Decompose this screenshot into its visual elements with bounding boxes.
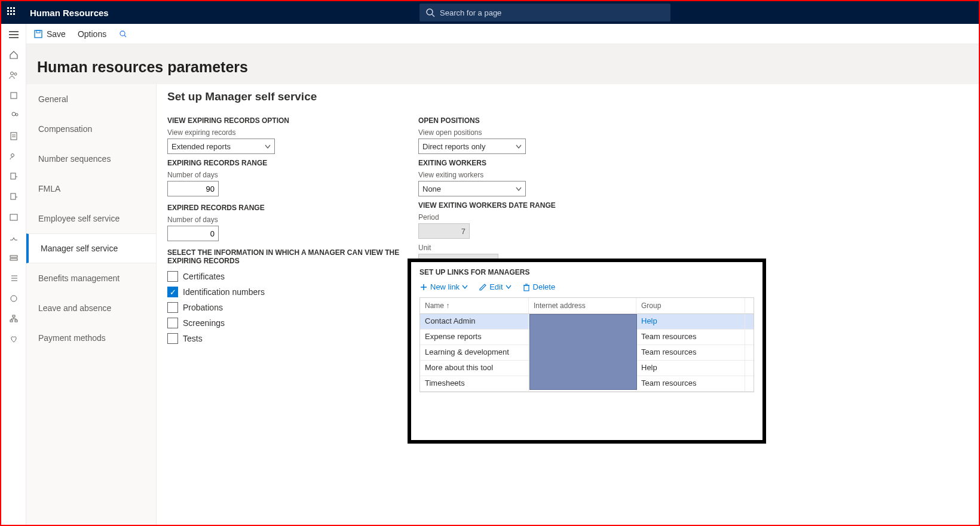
hierarchy-icon[interactable] [4, 313, 24, 325]
label-id-numbers: Identification numbers [183, 287, 265, 297]
checkbox-screenings[interactable] [167, 318, 178, 328]
nav-icon-6[interactable] [4, 150, 24, 162]
form-panel: Set up Manager self service VIEW EXPIRIN… [157, 84, 979, 525]
edit-button[interactable]: Edit [479, 282, 511, 291]
search-placeholder: Search for a page [440, 8, 501, 17]
find-button[interactable] [118, 29, 128, 39]
select-value: None [422, 184, 441, 193]
cell-name: Contact Admin [420, 314, 529, 329]
doc-in-icon[interactable] [4, 191, 24, 203]
input-days-expiring[interactable] [167, 181, 219, 196]
label-probations: Probations [183, 303, 223, 312]
nav-icon-3[interactable] [4, 90, 24, 101]
tab-leave[interactable]: Leave and absence [26, 293, 156, 323]
svg-line-1 [432, 14, 434, 17]
svg-point-0 [427, 9, 433, 15]
page-title: Human resources parameters [26, 44, 979, 84]
links-title: SET UP LINKS FOR MANAGERS [419, 268, 754, 276]
label-certificates: Certificates [183, 272, 225, 281]
svg-rect-27 [35, 30, 42, 38]
section-open-positions: OPEN POSITIONS [418, 116, 657, 125]
links-callout: SET UP LINKS FOR MANAGERS New link Edit [408, 259, 766, 444]
tab-fmla[interactable]: FMLA [26, 174, 156, 204]
nav-icon-11[interactable] [4, 252, 24, 264]
sort-asc-icon: ↑ [446, 302, 449, 310]
left-nav-rail [1, 24, 26, 525]
delete-button[interactable]: Delete [522, 282, 556, 291]
select-exiting-workers[interactable]: None [418, 181, 526, 196]
checkbox-certificates[interactable] [167, 271, 178, 282]
select-view-expiring[interactable]: Extended reports [167, 139, 275, 154]
select-value: Direct reports only [422, 142, 485, 151]
tab-mss[interactable]: Manager self service [26, 233, 156, 263]
edit-label: Edit [489, 282, 503, 291]
doc-out-icon[interactable] [4, 171, 24, 183]
label-tests: Tests [183, 334, 203, 343]
col-group[interactable]: Group [636, 298, 745, 313]
people-icon[interactable] [4, 69, 24, 81]
grid-body: Contact Admin Help Expense reports Team … [420, 314, 754, 392]
svg-rect-21 [10, 320, 13, 322]
search-icon [425, 8, 435, 17]
list-icon[interactable] [4, 272, 24, 284]
cell-name: Expense reports [420, 330, 529, 344]
save-icon [33, 29, 43, 39]
svg-rect-15 [10, 259, 17, 260]
new-link-label: New link [430, 282, 460, 291]
plus-icon [419, 283, 428, 291]
clipboard-icon[interactable] [4, 130, 24, 142]
tab-compensation[interactable]: Compensation [26, 114, 156, 144]
input-days-expired[interactable] [167, 226, 219, 241]
svg-point-2 [10, 72, 13, 75]
command-bar: Save Options [26, 24, 979, 44]
select-value: Extended reports [172, 142, 231, 151]
form-title: Set up Manager self service [167, 90, 968, 103]
new-link-button[interactable]: New link [419, 282, 468, 291]
label-period: Period [418, 213, 657, 222]
svg-point-19 [11, 296, 17, 302]
col-name[interactable]: Name ↑ [420, 298, 529, 313]
grid-header: Name ↑ Internet address Group [420, 298, 754, 314]
input-period [418, 223, 470, 239]
heart-icon[interactable] [4, 333, 24, 345]
svg-point-29 [120, 31, 125, 36]
label-unit: Unit [418, 244, 657, 252]
search-input[interactable]: Search for a page [419, 4, 670, 21]
cell-name: Learning & development [420, 345, 529, 360]
chevron-down-icon [265, 144, 271, 150]
cell-group: Help [636, 361, 745, 376]
options-label: Options [78, 29, 106, 39]
search-icon [118, 29, 128, 39]
tab-payment[interactable]: Payment methods [26, 323, 156, 353]
waffle-icon[interactable] [7, 7, 18, 18]
svg-line-30 [124, 35, 126, 37]
cell-group: Team resources [636, 345, 745, 360]
hamburger-icon[interactable] [4, 29, 24, 41]
checkbox-id-numbers[interactable] [167, 287, 178, 297]
links-grid: Name ↑ Internet address Group Contact Ad… [419, 297, 754, 392]
nav-icon-4[interactable] [4, 110, 24, 122]
home-icon[interactable] [4, 49, 24, 61]
save-button[interactable]: Save [33, 29, 66, 39]
section-exit-date-range: VIEW EXITING WORKERS DATE RANGE [418, 201, 657, 210]
nav-icon-10[interactable] [4, 232, 24, 244]
col-internet-address[interactable]: Internet address [529, 298, 636, 313]
section-exiting-workers: EXITING WORKERS [418, 159, 657, 167]
nav-icon-13[interactable] [4, 293, 24, 304]
tab-general[interactable]: General [26, 84, 156, 114]
nav-icon-9[interactable] [4, 211, 24, 223]
app-title: Human Resources [30, 8, 109, 18]
tab-number-sequences[interactable]: Number sequences [26, 144, 156, 174]
checkbox-probations[interactable] [167, 302, 178, 313]
tab-ess[interactable]: Employee self service [26, 204, 156, 233]
label-open-positions: View open positions [418, 128, 657, 137]
svg-rect-13 [10, 214, 17, 220]
svg-point-3 [14, 73, 17, 75]
pencil-icon [479, 283, 487, 291]
options-button[interactable]: Options [78, 29, 106, 39]
select-open-positions[interactable]: Direct reports only [418, 139, 526, 154]
tab-list: General Compensation Number sequences FM… [26, 84, 157, 525]
checkbox-tests[interactable] [167, 333, 178, 344]
chevron-down-icon [462, 284, 468, 290]
tab-benefits[interactable]: Benefits management [26, 263, 156, 293]
